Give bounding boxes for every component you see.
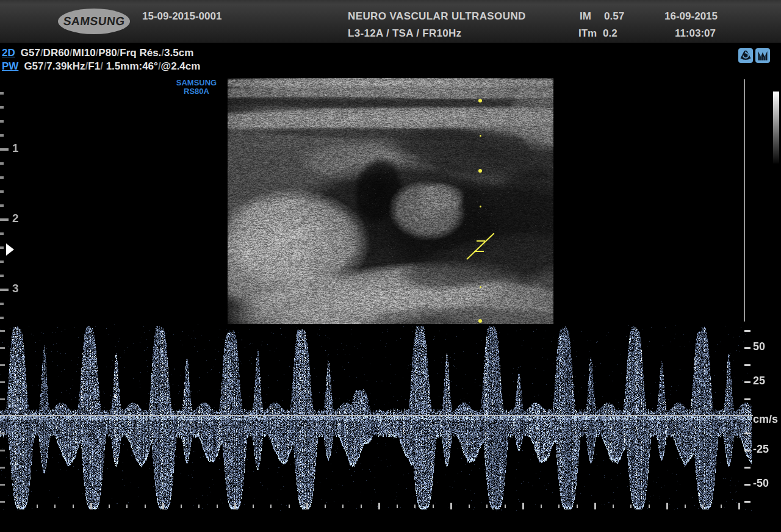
machine-model-label: SAMSUNG RS80A xyxy=(176,79,217,96)
depth-ruler-label: 1 xyxy=(12,142,19,155)
depth-ruler-minor-tick xyxy=(0,232,4,235)
velocity-scale-label: -50 xyxy=(753,477,781,490)
focus-marker-icon xyxy=(6,243,14,256)
samsung-logo-text: SAMSUNG xyxy=(63,15,126,28)
depth-ruler-major-tick xyxy=(0,148,9,151)
param-segment: F1 xyxy=(88,60,100,72)
model-name: RS80A xyxy=(176,87,217,96)
depth-ruler-minor-tick xyxy=(0,261,4,263)
param-line-pw: PWG57/7.39kHz/F1/ 1.5mm:46°/@2.4cm xyxy=(2,60,200,73)
doppler-spectrum[interactable] xyxy=(0,325,753,511)
param-segment: DR60 xyxy=(43,47,70,59)
depth-ruler-minor-tick xyxy=(0,134,4,137)
m-glyph-icon[interactable] xyxy=(755,48,770,63)
param-segment: @2.4cm xyxy=(161,60,201,72)
header-bar: SAMSUNG 15-09-2015-0001 NEURO VASCULAR U… xyxy=(0,0,781,43)
depth-ruler-minor-tick xyxy=(0,162,4,165)
samsung-logo: SAMSUNG xyxy=(58,9,130,34)
velocity-scale-label: cm/s xyxy=(753,413,781,426)
doppler-baseline[interactable] xyxy=(0,415,753,416)
depth-ruler-minor-tick xyxy=(0,204,4,207)
velocity-scale-label: 25 xyxy=(753,375,781,387)
mode-label-pw: PW xyxy=(2,60,18,72)
depth-ruler-major-tick xyxy=(0,218,9,221)
param-segment: 3.5cm xyxy=(164,47,193,59)
ti-value: 0.2 xyxy=(603,27,617,40)
grayscale-map-bar xyxy=(773,92,779,164)
param-segment: Frq Rés. xyxy=(120,47,161,59)
param-segment: 7.39kHz xyxy=(46,60,85,72)
velocity-scale-label: -25 xyxy=(753,443,781,456)
probe-orientation-icon[interactable] xyxy=(738,48,753,63)
probe-preset-info: L3-12A / TSA / FR10Hz xyxy=(348,27,461,40)
depth-ruler-minor-tick xyxy=(0,303,4,305)
param-segment: G57 xyxy=(21,47,40,59)
depth-ruler-minor-tick xyxy=(0,176,4,179)
depth-ruler-minor-tick xyxy=(0,275,4,277)
study-title: NEURO VASCULAR ULTRASOUND xyxy=(348,10,526,23)
velocity-scale-label: 50 xyxy=(753,340,781,353)
bmode-image[interactable] xyxy=(228,78,553,324)
depth-ruler-label: 3 xyxy=(12,282,19,295)
depth-ruler-minor-tick xyxy=(0,92,4,95)
model-brand: SAMSUNG xyxy=(176,79,217,87)
depth-ruler-minor-tick xyxy=(0,317,4,319)
ultrasound-screen: SAMSUNG 15-09-2015-0001 NEURO VASCULAR U… xyxy=(0,0,781,532)
depth-ruler-minor-tick xyxy=(0,106,4,109)
param-line-2d: 2DG57/DR60/MI10/P80/Frq Rés./3.5cm xyxy=(2,47,193,59)
depth-ruler-label: 2 xyxy=(12,212,19,225)
param-segment: 1.5mm:46° xyxy=(103,60,158,72)
depth-ruler-major-tick xyxy=(0,289,9,291)
depth-ruler-minor-tick xyxy=(0,190,4,193)
mechanical-index: IM 0.57 xyxy=(580,10,624,23)
thermal-index: ITm 0.2 xyxy=(578,27,617,40)
image-right-border-line xyxy=(744,79,745,322)
mode-label-2d: 2D xyxy=(2,47,15,59)
depth-ruler-minor-tick xyxy=(0,120,4,123)
exam-date: 16-09-2015 xyxy=(635,10,718,23)
patient-id: 15-09-2015-0001 xyxy=(142,10,221,23)
depth-ruler-minor-tick xyxy=(0,246,4,249)
mi-label: IM xyxy=(580,10,604,23)
exam-time: 11:03:07 xyxy=(635,27,716,40)
ti-label: ITm xyxy=(578,27,603,40)
mi-value: 0.57 xyxy=(604,10,624,23)
param-segment: MI10 xyxy=(73,47,96,59)
param-segment: P80 xyxy=(98,47,117,59)
param-segment: G57 xyxy=(24,60,43,72)
